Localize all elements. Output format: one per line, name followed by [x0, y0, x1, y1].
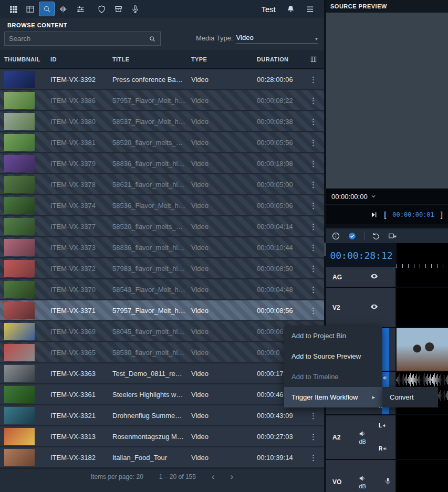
table-row[interactable]: ITEM-VX-3374 58536_Flavor_Melt_h… Video … — [0, 195, 324, 216]
cell-id: ITEM-VX-3372 — [46, 265, 108, 273]
speaker-icon[interactable]: dB — [359, 475, 366, 489]
table-row[interactable]: ITEM-VX-3182 Italian_Food_Tour Video 00:… — [0, 447, 324, 468]
search-input[interactable] — [9, 35, 149, 43]
add-clip-icon[interactable] — [388, 232, 397, 240]
menu-item[interactable]: Add to Project Bin — [284, 326, 382, 346]
timeline-ruler[interactable] — [397, 243, 448, 268]
row-kebab-menu-icon[interactable]: ⋮ — [309, 139, 317, 146]
track-header[interactable]: V2 — [326, 288, 397, 327]
row-kebab-menu-icon[interactable]: ⋮ — [309, 97, 317, 104]
row-kebab-menu-icon[interactable]: ⋮ — [309, 412, 317, 420]
undo-icon[interactable] — [372, 232, 381, 240]
row-kebab-menu-icon[interactable]: ⋮ — [309, 76, 317, 83]
step-forward-icon[interactable] — [370, 211, 378, 218]
table-row[interactable]: ITEM-VX-3363 Test_Demo_0811_re… Video 00… — [0, 363, 324, 384]
track-label: AG — [332, 274, 342, 281]
cell-duration: 00:00:18;08 — [253, 160, 303, 168]
layout-columns-icon[interactable] — [22, 2, 38, 16]
menu-item[interactable]: Trigger Item Workflow▸ — [284, 387, 382, 407]
microphone-icon[interactable] — [127, 2, 143, 16]
check-circle-icon[interactable] — [348, 232, 357, 240]
row-kebab-menu-icon[interactable]: ⋮ — [309, 454, 317, 462]
archive-icon[interactable] — [110, 2, 126, 16]
row-kebab-menu-icon[interactable]: ⋮ — [309, 181, 317, 189]
table-row[interactable]: ITEM-VX-3386 57957_Flavor_Melt_h… Video … — [0, 90, 324, 111]
table-row[interactable]: ITEM-VX-3378 58621_flavor_melt_hi… Video… — [0, 174, 324, 195]
table-row[interactable]: ITEM-VX-3377 58520_flavor_melts_… Video … — [0, 216, 324, 237]
thumbnail — [4, 218, 35, 235]
filter-sliders-icon[interactable] — [72, 2, 88, 16]
eye-icon[interactable] — [370, 302, 378, 312]
row-kebab-menu-icon[interactable]: ⋮ — [309, 307, 317, 315]
track-header[interactable]: AG — [326, 268, 397, 287]
table-row[interactable]: ITEM-VX-3373 58836_flavor_melt_hi… Video… — [0, 237, 324, 258]
row-kebab-menu-icon[interactable]: ⋮ — [309, 265, 317, 273]
search-input-icon[interactable] — [149, 35, 156, 43]
track-content[interactable] — [397, 288, 448, 327]
table-row[interactable]: ITEM-VX-3392 Press conference Ba… Video … — [0, 69, 324, 90]
table-header: THUMBNAIL ID TITLE TYPE DURATION — [0, 50, 324, 69]
column-header-duration[interactable]: DURATION — [253, 56, 303, 62]
eye-icon[interactable] — [370, 273, 378, 282]
previous-page-icon[interactable]: ‹ — [212, 472, 215, 482]
table-row[interactable]: ITEM-VX-3370 58543_Flavor_Melt_h… Video … — [0, 279, 324, 300]
track-content[interactable] — [397, 328, 448, 371]
waveform-icon[interactable] — [56, 2, 71, 16]
row-kebab-menu-icon[interactable]: ⋮ — [309, 223, 317, 231]
table-row[interactable]: ITEM-VX-3321 Drohnenflug Summe… Video 00… — [0, 405, 324, 426]
items-per-page[interactable]: Items per page: 20 — [91, 473, 143, 480]
user-label[interactable]: Test — [261, 5, 276, 14]
speaker-icon[interactable]: dB — [359, 430, 366, 445]
table-row[interactable]: ITEM-VX-3371 57957_Flavor_Melt_h… Video … — [0, 300, 324, 321]
menu-item[interactable]: Add to Source Preview — [284, 346, 382, 367]
row-kebab-menu-icon[interactable]: ⋮ — [309, 160, 317, 168]
media-type-select[interactable]: Video ▾ — [236, 34, 318, 44]
timeline-timecode[interactable]: 00:00:28:12 — [326, 243, 397, 268]
cell-type: Video — [187, 76, 253, 83]
row-kebab-menu-icon[interactable]: ⋮ — [309, 202, 317, 210]
menu-item[interactable]: Add to Timeline — [284, 367, 382, 387]
table-row[interactable]: ITEM-VX-3361 Steelers Highlights w… Vide… — [0, 384, 324, 405]
column-header-title[interactable]: TITLE — [108, 56, 187, 62]
table-row[interactable]: ITEM-VX-3380 58537_Flavor_Melt_h… Video … — [0, 111, 324, 132]
microphone-icon[interactable] — [384, 477, 392, 487]
row-kebab-menu-icon[interactable]: ⋮ — [309, 433, 317, 441]
track-content[interactable] — [397, 415, 448, 459]
next-page-icon[interactable]: › — [231, 472, 234, 482]
track-header[interactable]: VOdB — [326, 460, 397, 492]
row-kebab-menu-icon[interactable]: ⋮ — [309, 118, 317, 125]
hamburger-menu-icon[interactable] — [306, 5, 315, 14]
thumbnail — [4, 365, 35, 382]
source-preview-video[interactable] — [326, 13, 448, 189]
column-header-type[interactable]: TYPE — [187, 56, 253, 62]
track-content[interactable] — [397, 460, 448, 492]
mark-out-icon[interactable]: ] — [441, 210, 443, 219]
table-row[interactable]: ITEM-VX-3369 58045_flavor_melt_hi… Video… — [0, 321, 324, 342]
row-kebab-menu-icon[interactable]: ⋮ — [309, 244, 317, 252]
app-root: Test BROWSE CONTENT Media Type: Video ▾ — [0, 0, 448, 492]
info-icon[interactable] — [331, 232, 340, 240]
column-header-thumbnail[interactable]: THUMBNAIL — [0, 56, 46, 62]
table-row[interactable]: ITEM-VX-3381 58520_flavor_melts_… Video … — [0, 132, 324, 153]
video-clip[interactable] — [397, 328, 448, 371]
row-kebab-menu-icon[interactable]: ⋮ — [309, 286, 317, 294]
filter-row: Media Type: Video ▾ — [0, 31, 324, 50]
column-header-id[interactable]: ID — [46, 56, 108, 62]
table-row[interactable]: ITEM-VX-3379 58836_flavor_melt_hi… Video… — [0, 153, 324, 174]
shield-icon[interactable] — [93, 2, 109, 16]
table-row[interactable]: ITEM-VX-3365 58530_flavor_melt_hi… Video… — [0, 342, 324, 363]
table-row[interactable]: ITEM-VX-3372 57983_flavor_melt_hi… Video… — [0, 258, 324, 279]
mark-in-icon[interactable]: [ — [384, 210, 386, 219]
submenu-item[interactable]: Convert — [382, 387, 438, 407]
apps-grid-icon[interactable] — [5, 2, 21, 16]
track-header[interactable]: A2dBLR — [326, 415, 397, 459]
media-type-filter: Media Type: Video ▾ — [196, 34, 318, 44]
notifications-bell-icon[interactable] — [286, 5, 295, 14]
cell-type: Video — [187, 265, 253, 273]
cell-title: 58836_flavor_melt_hi… — [108, 160, 187, 168]
table-row[interactable]: ITEM-VX-3313 Rosenmontagszug M… Video 00… — [0, 426, 324, 447]
source-timecode-row[interactable]: 00:00:00:00 — [326, 189, 448, 204]
column-picker-icon[interactable] — [303, 56, 324, 63]
search-icon[interactable] — [39, 2, 55, 16]
track-content[interactable] — [397, 268, 448, 287]
